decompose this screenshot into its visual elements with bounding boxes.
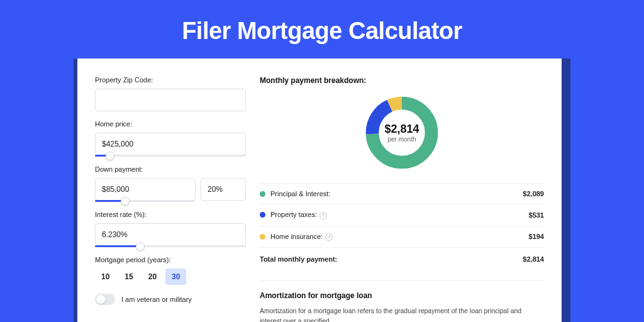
payment-donut-chart: $2,814 per month: [363, 94, 441, 172]
calculator-card: Property Zip Code: Home price: Down paym…: [77, 58, 562, 322]
results-panel: Monthly payment breakdown: $2,814 per mo…: [260, 76, 544, 322]
interest-group: Interest rate (%):: [95, 211, 246, 247]
down-payment-slider[interactable]: [95, 200, 194, 202]
info-icon[interactable]: ?: [319, 212, 327, 219]
down-payment-slider-thumb[interactable]: [121, 197, 130, 206]
legend-row-insurance: Home insurance:? $194: [260, 226, 544, 248]
period-20[interactable]: 20: [142, 269, 163, 285]
home-price-slider-thumb[interactable]: [106, 152, 114, 160]
period-group: Mortgage period (years): 10 15 20 30: [95, 256, 246, 285]
amortization-body: Amortization for a mortgage loan refers …: [260, 306, 544, 322]
legend-value: $2,089: [523, 190, 544, 197]
period-label: Mortgage period (years):: [95, 256, 246, 264]
dot-icon: [260, 234, 265, 240]
home-price-slider[interactable]: [95, 155, 246, 157]
home-price-group: Home price:: [95, 120, 246, 157]
legend-row-total: Total monthly payment: $2,814: [260, 248, 544, 269]
veteran-row: I am veteran or military: [95, 294, 246, 305]
interest-label: Interest rate (%):: [95, 211, 246, 218]
zip-input[interactable]: [95, 89, 246, 111]
veteran-label: I am veteran or military: [121, 296, 192, 303]
period-buttons: 10 15 20 30: [95, 269, 246, 285]
donut-center-sub: per month: [387, 136, 416, 143]
period-10[interactable]: 10: [95, 269, 116, 285]
zip-label: Property Zip Code:: [95, 76, 246, 84]
down-payment-input[interactable]: [95, 178, 196, 201]
inputs-panel: Property Zip Code: Home price: Down paym…: [95, 76, 246, 322]
calculator-frame: Property Zip Code: Home price: Down paym…: [74, 58, 570, 322]
amortization-title: Amortization for mortgage loan: [260, 291, 544, 300]
info-icon[interactable]: ?: [325, 233, 333, 241]
down-payment-group: Down payment:: [95, 165, 246, 202]
page-title: Filer Mortgage Calculator: [0, 0, 644, 58]
legend-label: Property taxes:?: [270, 211, 529, 219]
zip-group: Property Zip Code:: [95, 76, 246, 111]
dot-icon: [260, 191, 265, 197]
amortization-section: Amortization for mortgage loan Amortizat…: [260, 280, 544, 322]
legend-row-principal: Principal & Interest: $2,089: [260, 184, 544, 204]
veteran-toggle[interactable]: [95, 294, 115, 305]
dot-icon: [260, 212, 265, 218]
interest-slider[interactable]: [95, 245, 246, 247]
legend-row-taxes: Property taxes:? $531: [260, 204, 544, 226]
home-price-label: Home price:: [95, 120, 246, 128]
breakdown-legend: Principal & Interest: $2,089 Property ta…: [260, 183, 544, 269]
home-price-input[interactable]: [95, 133, 246, 155]
total-label: Total monthly payment:: [260, 255, 523, 263]
interest-slider-thumb[interactable]: [136, 242, 145, 251]
total-value: $2,814: [523, 255, 544, 263]
interest-input[interactable]: [95, 223, 246, 246]
breakdown-title: Monthly payment breakdown:: [260, 76, 544, 85]
legend-label: Principal & Interest:: [270, 190, 523, 197]
legend-value: $194: [529, 233, 544, 240]
donut-center-value: $2,814: [384, 123, 419, 136]
period-30[interactable]: 30: [165, 269, 186, 285]
legend-label: Home insurance:?: [270, 233, 529, 242]
period-15[interactable]: 15: [118, 269, 139, 285]
down-payment-label: Down payment:: [95, 165, 246, 173]
legend-value: $531: [529, 211, 544, 219]
down-payment-pct-input[interactable]: [201, 178, 246, 201]
